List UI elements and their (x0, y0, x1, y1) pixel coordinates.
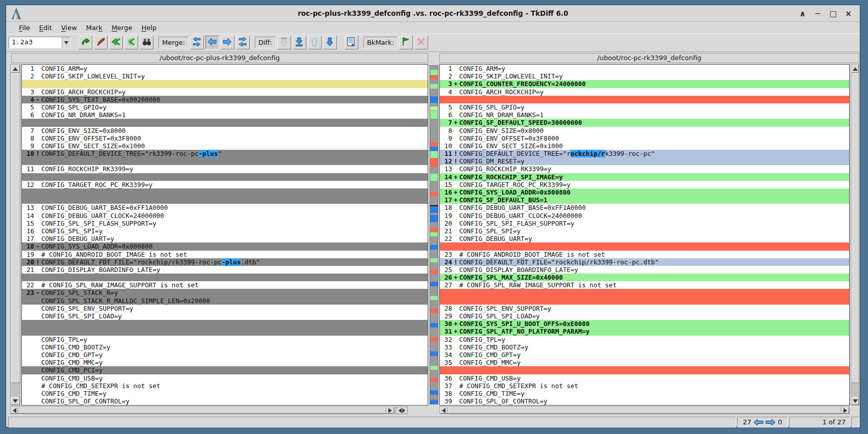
line-number (22, 351, 34, 359)
line-text: CONFIG_SPL_ENV_SUPPORT=y (41, 305, 428, 312)
scroll-down-icon[interactable] (11, 397, 20, 405)
code-row: 11CONFIG_ROCKCHIP_RK3399=y (22, 165, 428, 173)
merge-last-button[interactable] (236, 36, 250, 49)
diff-marker (34, 72, 41, 80)
merge-next-button[interactable] (221, 36, 234, 49)
right-scrollbar-thumb[interactable] (852, 73, 859, 383)
map-segment (430, 390, 438, 395)
scroll-right-icon[interactable] (841, 407, 849, 414)
line-number: 4 (22, 96, 34, 103)
h-scroll-paired-arrows-icon[interactable] (396, 406, 408, 414)
find-button[interactable] (140, 36, 153, 49)
line-number: 5 (440, 103, 452, 111)
merge-first-button[interactable] (190, 36, 204, 49)
binoculars-icon (142, 37, 152, 48)
line-number: 33 (440, 343, 452, 351)
line-number (22, 328, 34, 335)
menu-file[interactable]: File (14, 22, 35, 34)
code-row: 4CONFIG_ARCH_ROCKCHIP=y (440, 88, 849, 96)
line-text: CONFIG_DISPLAY_BOARDINFO_LATE=y (41, 266, 428, 274)
diff-marker (452, 142, 459, 150)
left-diff-pane[interactable]: 1CONFIG_ARM=y2CONFIG_SKIP_LOWLEVEL_INIT=… (21, 64, 428, 405)
diff-last-button[interactable] (293, 36, 306, 49)
code-row: 2CONFIG_SKIP_LOWLEVEL_INIT=y (22, 72, 428, 80)
line-number (440, 289, 452, 296)
bookmark-clear-button[interactable] (414, 36, 428, 49)
diff-marker (452, 351, 459, 359)
menu-help[interactable]: Help (137, 22, 161, 34)
line-text: CONFIG_CMD_BOOTZ=y (41, 343, 428, 351)
scroll-right-icon[interactable] (386, 407, 394, 414)
scroll-left-icon[interactable] (440, 407, 448, 414)
line-text (41, 274, 428, 281)
right-horizontal-scrollbar[interactable] (439, 406, 850, 414)
shade-button[interactable]: ∧ (798, 9, 807, 19)
left-hscrollbar-thumb[interactable] (18, 407, 386, 414)
code-row: 12CONFIG_TARGET_ROC_PC_RK3399=y (22, 181, 428, 188)
right-diff-pane[interactable]: 1CONFIG_ARM=y2CONFIG_SKIP_LOWLEVEL_INIT=… (439, 64, 850, 405)
line-number: 37 (440, 382, 452, 390)
diff-marker (34, 212, 41, 220)
diff-next-button[interactable] (323, 36, 337, 49)
right-vertical-scrollbar[interactable] (851, 64, 859, 405)
line-text: CONFIG_SPL_ATF_NO_PLATFORM_PARAM=y (459, 328, 849, 335)
edit-mode-button[interactable] (94, 36, 108, 49)
line-number: 11 (22, 165, 34, 173)
line-number (22, 397, 34, 405)
line-text: CONFIG_DEBUG_UART_CLOCK=24000000 (459, 212, 849, 220)
left-scrollbar-thumb[interactable] (11, 73, 20, 383)
line-number: 3 (440, 80, 452, 88)
diff-first-button[interactable] (277, 36, 291, 49)
prev-diff-status-button[interactable] (752, 418, 765, 426)
maximize-button[interactable]: □ (829, 9, 837, 19)
line-text: CONFIG_SPL_OF_CONTROL=y (41, 397, 428, 405)
right-hscrollbar-thumb[interactable] (448, 407, 841, 414)
line-text: CONFIG_DEBUG_UART=y (41, 235, 428, 242)
map-segment (430, 142, 438, 146)
line-text: CONFIG_SPL_SPI_LOAD=y (41, 312, 428, 320)
menu-edit[interactable]: Edit (35, 22, 57, 34)
minimize-button[interactable]: ─ (813, 9, 822, 19)
chevron-down-icon[interactable] (62, 37, 70, 48)
next-diff-status-button[interactable] (765, 418, 777, 426)
menu-view[interactable]: View (57, 22, 82, 34)
line-number (22, 188, 34, 196)
line-text: CONFIG_CMD_GPT=y (41, 351, 428, 359)
diff-marker (452, 374, 459, 382)
diff-map[interactable] (430, 65, 438, 404)
diff-prev-button[interactable] (308, 36, 322, 49)
left-horizontal-scrollbar[interactable] (10, 406, 394, 414)
left-vertical-scrollbar[interactable] (10, 64, 20, 405)
line-text: CONFIG_ARCH_ROCKCHIP=y (41, 88, 428, 96)
diff-marker (34, 397, 41, 405)
rediff-button[interactable] (78, 36, 92, 49)
diff-marker (34, 88, 41, 96)
merge-choice-2-button[interactable] (124, 36, 138, 49)
diff-list-button[interactable] (345, 36, 358, 49)
scroll-down-icon[interactable] (851, 397, 859, 405)
code-row (22, 274, 428, 281)
merge-choice-1-button[interactable] (109, 36, 123, 49)
line-number: 8 (440, 127, 452, 134)
merge-prev-button[interactable] (205, 36, 219, 49)
close-button[interactable]: × (844, 9, 853, 19)
scroll-up-icon[interactable] (851, 65, 859, 73)
diff-marker (452, 227, 459, 235)
diff-combobox[interactable]: 1: 2a3 (9, 37, 71, 48)
scroll-up-icon[interactable] (11, 65, 20, 73)
code-row: 19# CONFIG_ANDROID_BOOT_IMAGE is not set (22, 251, 428, 258)
code-row: 23-CONFIG_SPL_STACK_R=y (22, 289, 428, 296)
diff-marker (452, 111, 459, 119)
desktop: roc-pc-plus-rk3399_defconfig .vs. roc-pc… (0, 0, 868, 434)
scroll-left-icon[interactable] (11, 407, 18, 414)
menu-merge[interactable]: Merge (107, 22, 137, 34)
line-number: 2 (22, 72, 34, 80)
code-row: CONFIG_SPL_OF_CONTROL=y (22, 397, 428, 405)
code-row: 32CONFIG_TPL=y (440, 336, 849, 343)
titlebar[interactable]: roc-pc-plus-rk3399_defconfig .vs. roc-pc… (6, 5, 860, 22)
code-row: 37# CONFIG_CMD_SETEXPR is not set (440, 382, 849, 390)
line-text (459, 289, 849, 296)
code-row: 6CONFIG_NR_DRAM_BANKS=1 (440, 111, 849, 119)
menu-mark[interactable]: Mark (82, 22, 107, 34)
bookmark-set-button[interactable] (399, 36, 413, 49)
